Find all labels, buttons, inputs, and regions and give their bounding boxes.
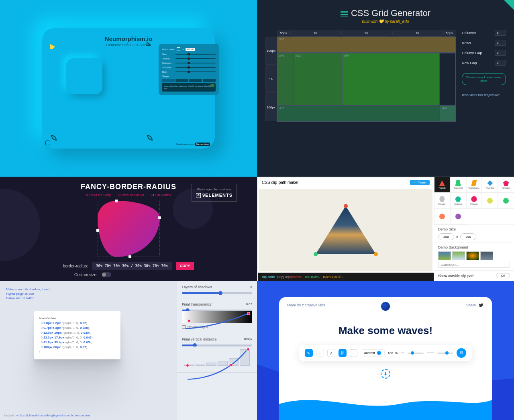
- preset-trapezoid[interactable]: Trapezoid: [450, 177, 466, 193]
- preset-pentagon[interactable]: Pentagon: [498, 177, 514, 193]
- bg-option[interactable]: [438, 251, 451, 260]
- col-size-input[interactable]: 50px: [443, 30, 455, 37]
- grid-cells[interactable]: .div1 .div2 .div3 .div4 .div5 .div6: [277, 37, 456, 122]
- wave-type-button[interactable]: ∧: [327, 349, 335, 357]
- drag-handle[interactable]: [115, 200, 118, 202]
- height-input[interactable]: [460, 233, 476, 240]
- drag-handle[interactable]: [96, 229, 99, 232]
- toggle[interactable]: [102, 272, 111, 277]
- grid-cell[interactable]: .div5: [277, 106, 439, 122]
- columns-input[interactable]: [495, 30, 506, 36]
- col-size-input[interactable]: 50px: [277, 30, 290, 37]
- flip-button[interactable]: ⇵: [339, 349, 347, 357]
- company-box[interactable]: We're open for business 9ELEMENTS: [192, 184, 237, 202]
- download-button[interactable]: ⬇: [381, 369, 390, 379]
- preset-shape[interactable]: [498, 193, 514, 209]
- credit-link[interactable]: https://tobiasahlin.com/blog/layered-smo…: [18, 414, 90, 417]
- preset-hexagon[interactable]: Hexagon: [434, 193, 450, 209]
- wave-type-button[interactable]: ∿: [305, 349, 313, 357]
- layers-slider[interactable]: [437, 353, 453, 354]
- width-input[interactable]: [438, 233, 454, 240]
- randomize-button[interactable]: ⚄: [457, 348, 466, 358]
- col-size-input[interactable]: 2fr: [341, 30, 392, 37]
- radius-slider[interactable]: [175, 58, 216, 59]
- preset-octagon[interactable]: Octagon: [466, 193, 482, 209]
- shape-option[interactable]: [203, 79, 216, 82]
- bg-option[interactable]: [480, 251, 493, 260]
- bg-option[interactable]: [452, 251, 465, 260]
- grid-cell[interactable]: .div1: [277, 37, 456, 53]
- preset-shape[interactable]: [450, 209, 466, 225]
- wave-type-button[interactable]: ⌐: [316, 349, 324, 357]
- output-value[interactable]: 30% 70% 70% 30% / 30% 30% 70% 70%: [92, 262, 172, 270]
- complexity-slider[interactable]: [408, 353, 424, 354]
- intensity-slider[interactable]: [175, 67, 216, 68]
- preset-parallelogram[interactable]: Parallelogra...: [466, 177, 482, 193]
- share-button[interactable]: Share: [466, 303, 484, 308]
- distance-slider[interactable]: [175, 63, 216, 63]
- generate-code-button[interactable]: Please may I have some code: [462, 73, 506, 85]
- rows-input[interactable]: [495, 40, 506, 46]
- row-size-input[interactable]: 100px: [265, 94, 277, 121]
- vertex-handle[interactable]: [314, 252, 318, 256]
- shape-option[interactable]: [175, 79, 188, 82]
- plugin-link[interactable]: Figma plugin is out!: [6, 292, 171, 296]
- curve-editor[interactable]: [182, 346, 252, 368]
- css-output[interactable]: border-radius: 41px; background: #55b9f3…: [162, 83, 216, 92]
- bg-option[interactable]: [466, 251, 479, 260]
- curve-editor[interactable]: [182, 311, 252, 323]
- preset-rhombus[interactable]: Rhombus: [482, 177, 498, 193]
- preview-box[interactable]: [66, 58, 102, 94]
- twitter-link[interactable]: Follow me on twitter: [6, 296, 171, 300]
- column-gap-input[interactable]: [495, 50, 506, 56]
- info-link[interactable]: What does this project do?: [462, 93, 506, 97]
- vertex-handle[interactable]: [374, 252, 378, 256]
- css-output[interactable]: clip-path: polygon(50% 0%, 0% 100%, 100%…: [258, 273, 434, 281]
- dropdown[interactable]: ⌄: [350, 349, 357, 357]
- curve-handle[interactable]: [188, 319, 191, 322]
- col-size-input[interactable]: 1fr: [290, 30, 341, 37]
- row-size-input[interactable]: 1fr: [265, 65, 277, 93]
- curve-handle[interactable]: [247, 348, 250, 351]
- row-size-input[interactable]: 100px: [265, 37, 277, 65]
- curve-handle[interactable]: [230, 363, 233, 367]
- credit-link[interactable]: z creative labs: [302, 303, 325, 307]
- grid-cell[interactable]: .div3: [294, 53, 342, 105]
- preset-triangle[interactable]: Triangle: [434, 177, 450, 193]
- copy-button[interactable]: [210, 84, 214, 87]
- instagram-icon[interactable]: [45, 141, 50, 145]
- corner-fold-icon[interactable]: [504, 0, 514, 10]
- blur-slider[interactable]: [175, 71, 216, 72]
- curve-handle[interactable]: [247, 312, 250, 315]
- tweet-button[interactable]: 🐦 Tweet: [410, 180, 430, 185]
- nav-link[interactable]: ⊙ View on GitHub: [118, 193, 144, 197]
- preset-heptagon[interactable]: Heptagon: [450, 193, 466, 209]
- col-size-input[interactable]: 1fr: [392, 30, 443, 37]
- layers-slider[interactable]: [182, 292, 252, 294]
- color-swatch[interactable]: [177, 47, 180, 51]
- shape-option[interactable]: [189, 79, 202, 82]
- row-gap-input[interactable]: [495, 60, 506, 66]
- size-slider[interactable]: [175, 54, 216, 55]
- nav-link[interactable]: ◑ Full Control: [151, 193, 171, 197]
- grid-cell[interactable]: [440, 53, 456, 105]
- shape-option[interactable]: [162, 79, 175, 82]
- shape-editor[interactable]: [98, 201, 160, 257]
- grid-cell[interactable]: .div6: [440, 106, 456, 122]
- canvas[interactable]: [259, 189, 432, 271]
- nav-link[interactable]: ✕ Read the Story: [86, 193, 111, 197]
- curve-handle[interactable]: [186, 364, 189, 367]
- drag-handle[interactable]: [158, 216, 161, 219]
- copy-button[interactable]: COPY: [176, 262, 194, 270]
- grid-cell[interactable]: .div4: [342, 53, 439, 105]
- tag-link[interactable]: Neumorphism: [195, 143, 210, 146]
- color-input[interactable]: #0099ff: [361, 349, 385, 357]
- vertex-handle[interactable]: [344, 204, 348, 208]
- custom-url-input[interactable]: [438, 262, 510, 268]
- preset-shape[interactable]: [434, 209, 450, 225]
- toggle[interactable]: Off: [496, 273, 510, 278]
- color-input[interactable]: #55b9f3: [186, 48, 195, 51]
- drag-handle[interactable]: [128, 255, 131, 258]
- preset-shape[interactable]: [482, 193, 498, 209]
- grid-cell[interactable]: .div2: [277, 53, 293, 105]
